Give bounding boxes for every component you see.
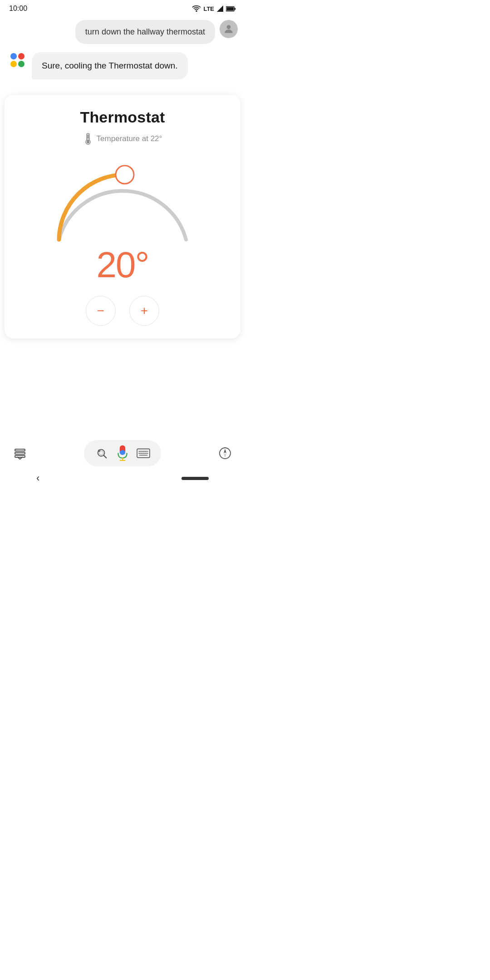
svg-point-8 (87, 141, 89, 143)
svg-rect-3 (226, 7, 234, 10)
temperature-display: 20° (97, 244, 149, 286)
dot-red (18, 53, 24, 59)
bottom-bar (0, 440, 245, 466)
svg-marker-0 (217, 5, 223, 12)
avatar-icon (223, 23, 235, 35)
assistant-row: Sure, cooling the Thermostat down. (7, 52, 238, 79)
dot-blue (10, 53, 17, 59)
increase-button[interactable]: + (129, 296, 159, 326)
thermostat-card: Thermostat Temperature at 22° 20° − + (5, 95, 240, 338)
decrease-button[interactable]: − (86, 296, 116, 326)
user-avatar (220, 20, 238, 38)
compass-button[interactable] (216, 444, 234, 462)
temperature-info: Temperature at 22° (83, 132, 162, 145)
thermostat-dial (45, 153, 200, 244)
controls-row: − + (86, 296, 159, 326)
tray-icon (14, 447, 26, 460)
lens-button[interactable] (94, 446, 109, 461)
status-bar: 10:00 LTE (0, 0, 245, 15)
dial-container (45, 153, 200, 244)
status-icons: LTE (192, 5, 236, 12)
minus-icon: − (97, 304, 104, 317)
svg-point-24 (140, 451, 141, 452)
svg-point-32 (147, 453, 147, 454)
svg-point-31 (145, 453, 146, 454)
svg-point-28 (139, 453, 140, 454)
lens-icon (96, 447, 108, 459)
user-message-text: turn down the hallway thermostat (85, 27, 205, 36)
svg-point-29 (141, 453, 142, 454)
back-button[interactable]: ‹ (36, 472, 39, 484)
svg-point-4 (227, 25, 231, 29)
svg-rect-10 (15, 452, 25, 454)
svg-point-25 (142, 451, 142, 452)
user-bubble: turn down the hallway thermostat (75, 20, 215, 44)
svg-rect-17 (120, 450, 125, 455)
dot-green (18, 61, 24, 67)
google-assistant-logo (7, 52, 27, 67)
svg-point-27 (146, 451, 147, 452)
plus-icon: + (141, 304, 148, 317)
assistant-input-pill (84, 440, 161, 466)
assistant-message-text: Sure, cooling the Thermostat down. (42, 61, 178, 70)
tray-icon-button[interactable] (11, 444, 29, 462)
assistant-bubble: Sure, cooling the Thermostat down. (32, 52, 188, 79)
nav-bar: ‹ (0, 466, 245, 490)
svg-rect-6 (87, 134, 88, 139)
mic-icon (116, 445, 129, 461)
dot-yellow (10, 61, 17, 67)
thermometer-icon (83, 132, 93, 145)
chat-area: turn down the hallway thermostat Sure, c… (0, 15, 245, 91)
svg-rect-11 (15, 456, 25, 457)
mic-button[interactable] (114, 445, 131, 462)
svg-rect-2 (234, 8, 235, 10)
keyboard-button[interactable] (136, 446, 151, 461)
thermostat-title: Thermostat (80, 108, 165, 126)
svg-line-15 (104, 456, 107, 458)
keyboard-icon (137, 448, 150, 458)
svg-point-30 (143, 453, 144, 454)
wifi-icon (192, 5, 201, 12)
user-message-row: turn down the hallway thermostat (7, 20, 238, 44)
svg-rect-9 (15, 449, 25, 451)
compass-icon (219, 447, 231, 460)
temperature-label: Temperature at 22° (97, 134, 162, 143)
svg-marker-35 (224, 453, 226, 458)
battery-icon (226, 6, 236, 12)
svg-point-26 (143, 451, 144, 452)
status-time: 10:00 (9, 5, 27, 13)
lte-label: LTE (203, 5, 214, 12)
signal-icon (217, 5, 223, 12)
dial-handle[interactable] (116, 166, 134, 184)
home-indicator[interactable] (181, 477, 209, 480)
svg-marker-34 (224, 449, 226, 453)
